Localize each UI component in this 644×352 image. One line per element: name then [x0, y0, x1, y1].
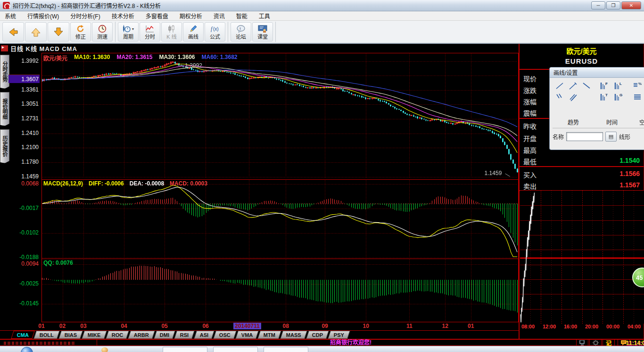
timeline-tool-icon-G[interactable]: G: [613, 92, 624, 102]
sidebar-tab-报价明细[interactable]: 报价明细: [0, 92, 9, 126]
quote-row-最低: 最低1.1540: [520, 157, 644, 167]
indicator-tab-MASS[interactable]: MASS: [280, 331, 307, 339]
collapse-panel-icon[interactable]: [1, 45, 8, 51]
menu-item-智能[interactable]: 智能: [236, 12, 248, 20]
taskbar-app-button[interactable]: [163, 347, 207, 352]
toolbar-button-公式[interactable]: f(x)公式: [205, 22, 225, 42]
toolbar-button-周期[interactable]: ▼周期: [118, 22, 139, 42]
restore-button[interactable]: ❐: [606, 1, 620, 9]
trendline-tool-icon-3[interactable]: [581, 81, 592, 91]
intraday-time-tick: 00:00: [602, 324, 624, 329]
indicator-tab-ARBR[interactable]: ARBR: [128, 331, 155, 339]
toolbar-button-label: 分时: [145, 34, 155, 40]
menu-item-分时分析(F)[interactable]: 分时分析(F): [70, 12, 100, 20]
sidebar-tab-历史报价[interactable]: 历史报价: [0, 129, 9, 163]
menu-item-行情报价(W)[interactable]: 行情报价(W): [27, 12, 59, 20]
indicator-tab-label: DMI: [160, 332, 169, 338]
dialog-title[interactable]: 画线/设置: [550, 67, 644, 78]
legend-item: MA20: 1.3615: [116, 54, 152, 62]
indicator-tab-PSY[interactable]: PSY: [328, 331, 350, 339]
indicator-tab-ROC[interactable]: ROC: [106, 331, 129, 339]
trendline-tool-icon-1[interactable]: [554, 81, 566, 91]
computer-icon[interactable]: [576, 340, 588, 346]
menu-item-技术分析[interactable]: 技术分析: [112, 12, 134, 20]
macd-chart[interactable]: [41, 179, 519, 259]
space-tool-icon-3[interactable]: [632, 92, 643, 102]
trendline-tool-icon-5[interactable]: [568, 92, 579, 102]
toolbar-button-arrow-left[interactable]: [2, 22, 24, 42]
menu-item-资讯[interactable]: 资讯: [214, 12, 225, 20]
timeline-tool-icon-L[interactable]: L: [613, 81, 624, 91]
indicator-tab-VMA[interactable]: VMA: [235, 331, 259, 339]
indicator-tab-label: CMA: [17, 332, 29, 338]
toolbar-group: t论坛课堂: [230, 22, 276, 42]
indicator-tab-BIAS[interactable]: BIAS: [58, 331, 83, 339]
indicator-tab-label: RSI: [180, 332, 189, 338]
arrow-left-icon: [8, 27, 19, 37]
alarm-icon[interactable]: [589, 340, 602, 346]
refresh-icon: [76, 24, 85, 34]
candlestick-chart[interactable]: [41, 53, 519, 179]
toolbar-button-label: 测速: [97, 34, 107, 40]
taskbar-app-button[interactable]: [213, 347, 258, 352]
indicator-tab-RSI[interactable]: RSI: [174, 331, 195, 339]
toolbar-button-画线[interactable]: 画线: [183, 22, 204, 42]
indicator-tab-DMI[interactable]: DMI: [154, 331, 175, 339]
name-input[interactable]: [566, 132, 603, 141]
intraday-mini-chart[interactable]: [520, 191, 644, 324]
note-icon[interactable]: 记: [603, 340, 615, 346]
date-tick: 08: [270, 323, 301, 329]
menu-item-多窗看盘[interactable]: 多窗看盘: [146, 12, 168, 20]
toolbar-button-arrow-down[interactable]: [48, 22, 69, 42]
minimize-button[interactable]: ─: [591, 1, 605, 9]
toolbar-button-K 线[interactable]: K 线: [161, 22, 182, 42]
indicator-tab-MTM[interactable]: MTM: [257, 331, 281, 339]
taskbar-app-icon[interactable]: [101, 347, 108, 352]
indicator-tab-MIKE[interactable]: MIKE: [82, 331, 107, 339]
candle-icon: [167, 24, 176, 34]
qq-legend: QQ: 0.0076: [43, 260, 73, 266]
menu-item-系统[interactable]: 系统: [5, 12, 16, 20]
indicator-tab-BOLL[interactable]: BOLL: [33, 331, 59, 339]
menu-item-期权分析[interactable]: 期权分析: [180, 12, 202, 20]
qq-chart[interactable]: [41, 259, 519, 322]
toolbar-button-论坛[interactable]: t论坛: [231, 22, 251, 42]
windows-taskbar: [0, 346, 644, 352]
date-tick: 05: [149, 323, 180, 329]
space-tool-icon-1[interactable]: %: [632, 81, 643, 91]
menu-item-工具[interactable]: 工具: [259, 12, 270, 20]
sidebar-tab-分时走势[interactable]: 分时走势: [0, 55, 9, 89]
qq-tick: -0.0145: [8, 300, 39, 307]
divider: [97, 340, 97, 345]
indicator-tab-ASI[interactable]: ASI: [194, 331, 215, 339]
trendline-tool-icon-2[interactable]: [568, 81, 579, 91]
toolbar-button-label: 周期: [123, 34, 133, 40]
app-window: 招行外汇2(fxhq2) - 招商银行外汇通行情分析V2.8 - K线分析 ─ …: [0, 0, 644, 352]
toolbar-button-arrow-up[interactable]: [25, 22, 47, 42]
price-tick: 1.3361: [8, 86, 39, 93]
quote-label: 昨收: [523, 121, 537, 132]
timeline-tool-icon-F[interactable]: F: [599, 81, 610, 91]
quote-value: 1.1566: [619, 170, 640, 180]
taskbar-app-button[interactable]: [264, 347, 308, 352]
close-button[interactable]: ✕: [621, 1, 641, 9]
toolbar-button-分时[interactable]: 分时: [140, 22, 160, 42]
arrow-down-icon: [53, 27, 64, 37]
timeline-tool-icon-T[interactable]: T: [599, 92, 610, 102]
toolbar-button-课堂[interactable]: 课堂: [252, 22, 273, 42]
indicator-tab-CDP[interactable]: CDP: [306, 331, 329, 339]
trendline-tool-icon-4[interactable]: [554, 92, 566, 102]
indicator-tab-OSC[interactable]: OSC: [213, 331, 236, 339]
quote-label: 买入: [523, 170, 537, 180]
chart-header: 日线 K线 MACD CMA: [0, 44, 519, 53]
indicator-tab-CMA[interactable]: CMA: [11, 331, 35, 339]
qq-tick: -0.0025: [8, 280, 39, 287]
svg-text:G: G: [619, 93, 622, 97]
legend-item: 欧元/美元: [43, 54, 67, 62]
list-button[interactable]: ▤: [605, 132, 617, 142]
toolbar-button-测速[interactable]: 测速: [92, 22, 113, 42]
status-bar: 招商银行欢迎您! 记 11:14:08: [0, 339, 644, 346]
dropdown-arrow-icon[interactable]: ▼: [132, 27, 135, 31]
toolbar-button-修正[interactable]: 修正: [70, 22, 91, 42]
badge-count: 45: [636, 274, 643, 281]
